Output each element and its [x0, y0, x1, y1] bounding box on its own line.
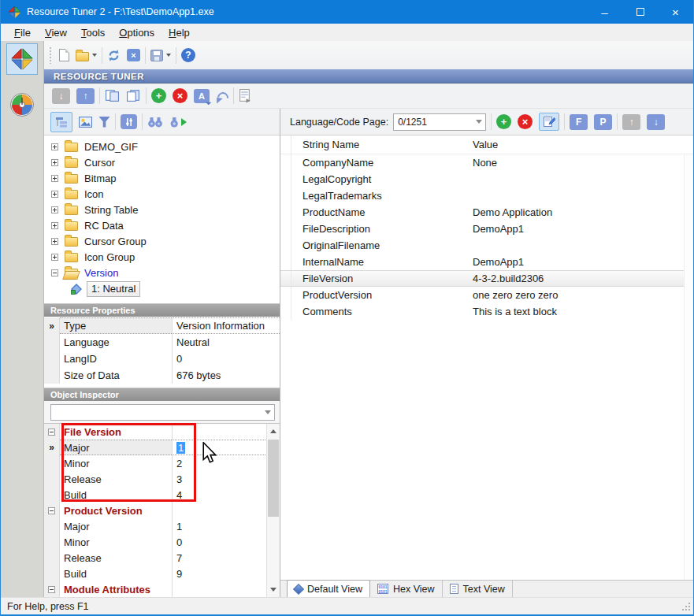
group-expander-icon[interactable]	[48, 586, 55, 593]
copy-resource-icon[interactable]	[105, 89, 120, 102]
save-button[interactable]	[150, 50, 171, 61]
move-down-button[interactable]: ↓	[52, 88, 70, 104]
close-button[interactable]: ×	[658, 0, 693, 24]
string-row-filedescription[interactable]: FileDescriptionDemoApp1	[280, 221, 693, 237]
inspector-value[interactable]: 7	[172, 550, 280, 566]
sidebar-color-wheel-button[interactable]	[6, 89, 38, 121]
toolbar-grip[interactable]	[49, 46, 53, 64]
inspector-row-file-version-build[interactable]: Build4	[44, 487, 280, 503]
tree-expander-icon[interactable]	[51, 238, 58, 245]
inspector-row-product-version-build[interactable]: Build9	[44, 566, 280, 581]
sidebar-resource-tuner-button[interactable]	[6, 43, 38, 75]
prev-item-button[interactable]: ↑	[622, 114, 640, 130]
add-string-icon[interactable]: +	[496, 114, 511, 129]
new-file-icon[interactable]	[59, 49, 69, 61]
language-combo-chevron[interactable]	[472, 114, 485, 130]
tree-item-1-neutral[interactable]: 1: Neutral	[44, 280, 280, 298]
group-expander-icon[interactable]	[48, 507, 55, 514]
property-value[interactable]: 676 bytes	[172, 367, 280, 384]
menu-file[interactable]: File	[7, 25, 38, 40]
delete-resource-icon[interactable]: ×	[173, 88, 187, 103]
preview-image-icon[interactable]	[79, 117, 92, 128]
rename-resource-icon[interactable]: A	[194, 89, 210, 103]
tree-item-cursor[interactable]: Cursor	[44, 154, 280, 170]
minimize-button[interactable]: –	[587, 0, 622, 24]
inspector-row-product-version-minor[interactable]: Minor0	[44, 534, 280, 550]
tree-item-rc-data[interactable]: RC Data	[44, 217, 280, 233]
find-next-button[interactable]	[169, 117, 187, 128]
filter-icon[interactable]	[98, 117, 110, 128]
move-up-button[interactable]: ↑	[76, 88, 95, 104]
string-row-productversion[interactable]: ProductVersionone zero zero zero	[280, 287, 693, 303]
language-code-page-dropdown[interactable]: 0/1251	[393, 113, 486, 131]
tree-expander-icon[interactable]	[51, 191, 58, 198]
inspector-row-file-version-release[interactable]: Release3	[44, 471, 280, 487]
tree-expander-icon[interactable]	[51, 269, 58, 276]
inspector-value[interactable]: 1	[172, 518, 280, 534]
scroll-down-button[interactable]	[267, 583, 280, 596]
tuner-settings-icon[interactable]	[121, 114, 137, 129]
string-row-fileversion[interactable]: FileVersion4-3-2.build2306	[280, 270, 693, 287]
inspector-value[interactable]: 3	[172, 471, 280, 487]
add-resource-icon[interactable]: +	[151, 88, 166, 103]
inspector-group-file-version[interactable]: File Version	[44, 424, 280, 440]
tree-item-cursor-group[interactable]: Cursor Group	[44, 233, 280, 249]
inspector-group-module-attributes[interactable]: Module Attributes	[44, 581, 280, 597]
maximize-button[interactable]	[622, 0, 658, 24]
string-row-legaltrademarks[interactable]: LegalTrademarks	[280, 187, 693, 204]
string-row-legalcopyright[interactable]: LegalCopyright	[280, 171, 693, 187]
delete-string-icon[interactable]: ×	[518, 114, 533, 129]
scroll-thumb[interactable]	[268, 440, 279, 517]
help-icon[interactable]: ?	[181, 48, 195, 62]
inspector-row-product-version-major[interactable]: Major1	[44, 518, 280, 534]
value-column-header[interactable]: Value	[468, 139, 693, 150]
string-row-originalfilename[interactable]: OriginalFilename	[280, 237, 693, 254]
property-row-size-of-data[interactable]: Size of Data676 bytes	[44, 367, 280, 384]
menu-view[interactable]: View	[38, 25, 74, 40]
inspector-value[interactable]: 9	[172, 566, 280, 581]
inspector-value[interactable]: 2	[172, 455, 280, 471]
property-value[interactable]: 0	[172, 351, 280, 367]
inspector-value[interactable]: 4	[172, 487, 280, 503]
resize-grip[interactable]	[681, 603, 690, 611]
property-row-language[interactable]: LanguageNeutral	[44, 334, 280, 351]
string-row-companyname[interactable]: CompanyNameNone	[280, 154, 693, 171]
string-table-scrollbar[interactable]	[684, 154, 693, 580]
tree-expander-icon[interactable]	[51, 175, 58, 182]
properties-button[interactable]: P	[594, 114, 612, 130]
copy-all-resources-icon[interactable]	[126, 89, 141, 102]
edit-string-button[interactable]	[539, 113, 559, 131]
string-row-productname[interactable]: ProductNameDemo Application	[280, 204, 693, 221]
menu-options[interactable]: Options	[112, 25, 161, 40]
inspector-value[interactable]: 1	[172, 440, 280, 455]
tab-hex-view[interactable]: Hex View	[370, 581, 443, 597]
property-row-langid[interactable]: LangID0	[44, 351, 280, 367]
property-row-type[interactable]: »TypeVersion Information	[44, 317, 280, 334]
inspector-value[interactable]: 0	[172, 534, 280, 550]
tree-item-bitmap[interactable]: Bitmap	[44, 170, 280, 186]
resource-report-icon[interactable]	[239, 89, 251, 103]
find-icon[interactable]	[147, 117, 163, 128]
property-value[interactable]: Version Information	[172, 317, 280, 334]
close-file-icon[interactable]: ×	[127, 49, 140, 61]
tree-expander-icon[interactable]	[51, 159, 58, 166]
tree-item-version[interactable]: Version	[44, 265, 280, 280]
group-expander-icon[interactable]	[48, 429, 55, 436]
open-file-button[interactable]	[76, 50, 97, 61]
font-info-button[interactable]: F	[570, 114, 588, 130]
menu-help[interactable]: Help	[161, 25, 197, 40]
string-row-internalname[interactable]: InternalNameDemoApp1	[280, 254, 693, 270]
scroll-up-button[interactable]	[267, 425, 280, 438]
refresh-icon[interactable]	[107, 49, 121, 62]
save-dropdown-caret-icon[interactable]	[166, 54, 171, 57]
undo-icon[interactable]	[216, 91, 228, 101]
menu-tools[interactable]: Tools	[74, 25, 112, 40]
inspector-row-product-version-release[interactable]: Release7	[44, 550, 280, 566]
tree-expander-icon[interactable]	[51, 206, 58, 213]
inspector-group-product-version[interactable]: Product Version	[44, 503, 280, 518]
next-item-button[interactable]: ↓	[647, 114, 665, 130]
open-dropdown-caret-icon[interactable]	[92, 54, 97, 57]
combo-chevron[interactable]	[261, 405, 274, 420]
tree-item-demo-gif[interactable]: DEMO_GIF	[44, 139, 280, 154]
tree-expander-icon[interactable]	[51, 143, 58, 150]
